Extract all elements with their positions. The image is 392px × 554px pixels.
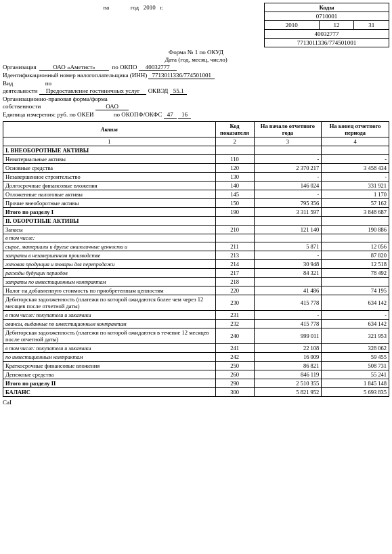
inn-val: 7713011336/774501001 (148, 72, 215, 79)
row-val-start: 5 871 (254, 242, 322, 251)
row-code: 250 (215, 362, 254, 370)
row-label: БАЛАНС (3, 388, 216, 397)
table-row: II. ОБОРОТНЫЕ АКТИВЫ (3, 217, 389, 226)
row-label: по инвестиционным контрактам (3, 353, 216, 362)
row-label: Долгосрочные финансовые вложения (3, 182, 216, 190)
row-label: Дебиторская задолженность (платежи по ко… (3, 328, 216, 344)
row-code: 231 (215, 311, 254, 320)
row-code: 241 (215, 344, 254, 353)
table-row: в том числе: покупатели и заказчики24122… (3, 344, 389, 353)
po-okopf-label: по ОКОПФ/ОКФС (114, 111, 162, 118)
balance-table: Актив Код показателя На начало отчетного… (3, 121, 389, 397)
col-num1: 1 (3, 137, 216, 146)
inn-line: Идентификационный номер налогоплательщик… (3, 72, 389, 79)
table-row: готовая продукция и товары для перепрода… (3, 260, 389, 269)
deyat-label: деятельности (3, 87, 38, 94)
row-val-start (254, 146, 322, 155)
vid-value: Предоставление гостиничных услуг (39, 87, 147, 95)
table-row: Дебиторская задолженность (платежи по ко… (3, 295, 389, 311)
col-kod: Код показателя (215, 122, 254, 137)
col-num3: 3 (254, 137, 322, 146)
row-val-start: - (254, 251, 322, 260)
po-label: по (45, 80, 51, 87)
col-konets: На конец отчетного периода (322, 122, 389, 137)
row-code: 110 (215, 155, 254, 164)
okpo-val: 40032777 (139, 64, 177, 71)
row-val-end (322, 146, 389, 155)
row-val-end: 78 492 (322, 269, 389, 278)
row-val-end: 74 195 (322, 286, 389, 295)
row-code: 217 (215, 269, 254, 278)
row-val-start: - (254, 311, 322, 320)
row-code (215, 234, 254, 242)
row-label: Прочие внеоборотные активы (3, 199, 216, 208)
table-row: Долгосрочные финансовые вложения140146 0… (3, 182, 389, 190)
row-val-start: 795 356 (254, 199, 322, 208)
row-val-start: 999 011 (254, 328, 322, 344)
forma-label: Форма № 1 по ОКУД (169, 49, 223, 56)
row-val-start: 84 321 (254, 269, 322, 278)
row-label: II. ОБОРОТНЫЕ АКТИВЫ (3, 217, 216, 226)
inn-code: 7713011336/774501001 (265, 39, 389, 47)
row-val-start: 41 486 (254, 286, 322, 295)
row-label: Итого по разделу I (3, 208, 216, 217)
row-label: Незавершенное строительство (3, 173, 216, 182)
org-line: Организация ОАО «Аметист» по ОКПО 400327… (3, 64, 389, 71)
row-code: 150 (215, 199, 254, 208)
g-label: г. (160, 4, 164, 11)
table-row: затраты в незавершенном производстве213-… (3, 251, 389, 260)
row-label: расходы будущих периодов (3, 269, 216, 278)
row-val-end: 190 886 (322, 226, 389, 234)
row-label: I. ВНЕОБОРОТНЫЕ АКТИВЫ (3, 146, 216, 155)
col-num4: 4 (322, 137, 389, 146)
row-val-end: - (322, 155, 389, 164)
row-val-start: 121 140 (254, 226, 322, 234)
row-val-start: 2 510 355 (254, 379, 322, 388)
row-code: 190 (215, 208, 254, 217)
row-val-start: 3 311 597 (254, 208, 322, 217)
row-val-start: 30 948 (254, 260, 322, 269)
col-num2: 2 (215, 137, 254, 146)
row-val-start: - (254, 190, 322, 199)
row-label: в том числе: покупатели и заказчики (3, 311, 216, 320)
row-code: 210 (215, 226, 254, 234)
sobstv-label: собственности (3, 103, 41, 110)
row-code: 232 (215, 320, 254, 328)
table-row: Краткосрочные финансовые вложения25086 8… (3, 362, 389, 370)
data-label: Дата (год, месяц, число) (3, 56, 389, 63)
row-label: Основные средства (3, 164, 216, 173)
row-label: затраты по инвестиционным контрактам (3, 278, 216, 286)
row-val-start: 146 024 (254, 182, 322, 190)
document-header: на год 2010 г. Коды 0710001 2010 12 (3, 3, 389, 119)
po-okpo-label: по ОКПО (112, 64, 137, 70)
row-val-start: 846 119 (254, 370, 322, 379)
row-val-end: 321 953 (322, 328, 389, 344)
row-label: в том числе: покупатели и заказчики (3, 344, 216, 353)
table-row: Прочие внеоборотные активы150795 35657 1… (3, 199, 389, 208)
row-code: 300 (215, 388, 254, 397)
row-val-end: 634 142 (322, 295, 389, 311)
row-label: Запасы (3, 226, 216, 234)
table-row: Нематериальные активы110-- (3, 155, 389, 164)
row-val-start: 86 821 (254, 362, 322, 370)
row-code: 120 (215, 164, 254, 173)
row-code: 211 (215, 242, 254, 251)
row-val-end: 634 142 (322, 320, 389, 328)
row-val-end: 5 693 835 (322, 388, 389, 397)
opf-line2: собственности ОАО (3, 103, 389, 110)
table-row: Денежные средства260846 11955 241 (3, 370, 389, 379)
row-val-start (254, 234, 322, 242)
row-code (215, 217, 254, 226)
row-val-end: 1 170 (322, 190, 389, 199)
cal-label: CaI (3, 399, 12, 406)
row-val-start: 2 370 217 (254, 164, 322, 173)
row-val-end: 87 820 (322, 251, 389, 260)
opf-line1: Организационно-правовая форма/форма (3, 95, 389, 102)
na-label: на (103, 4, 109, 11)
row-label: Итого по разделу II (3, 379, 216, 388)
row-code: 290 (215, 379, 254, 388)
table-row: Итого по разделу I1903 311 5973 848 687 (3, 208, 389, 217)
org-name: ОАО «Аметист» (39, 64, 109, 71)
okfs-val: 16 (178, 111, 191, 119)
table-row: Основные средства1202 370 2173 458 434 (3, 164, 389, 173)
